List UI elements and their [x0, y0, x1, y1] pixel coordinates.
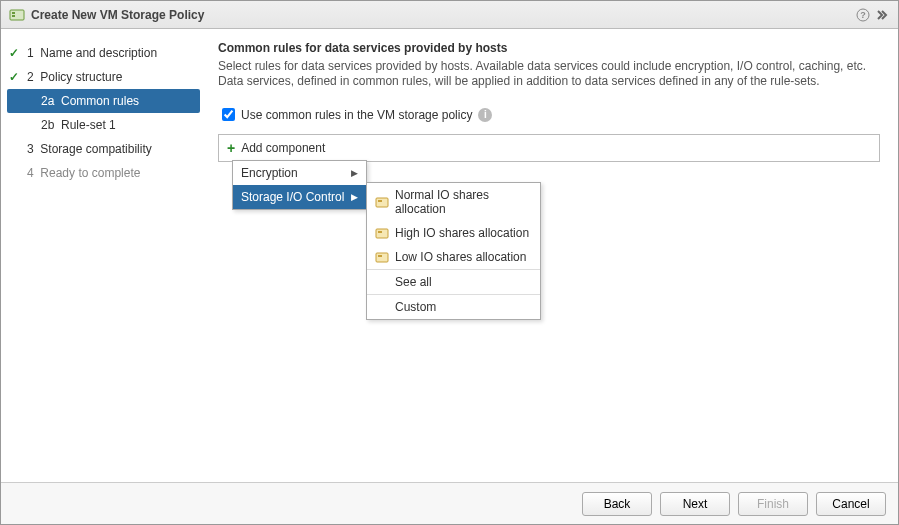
policy-item-icon: [375, 226, 389, 240]
help-icon[interactable]: ?: [856, 8, 870, 22]
plus-icon: +: [227, 140, 235, 156]
svg-rect-6: [378, 200, 382, 202]
svg-rect-10: [378, 255, 382, 257]
info-icon[interactable]: i: [478, 108, 492, 122]
svg-rect-8: [378, 231, 382, 233]
section-description: Select rules for data services provided …: [218, 59, 880, 89]
vm-policy-icon: [9, 7, 25, 23]
wizard-steps: ✓ 1 Name and description ✓ 2 Policy stru…: [1, 29, 206, 482]
svg-rect-9: [376, 253, 388, 262]
title-bar: Create New VM Storage Policy ?: [1, 1, 898, 29]
policy-item-icon: [375, 195, 389, 209]
cancel-button[interactable]: Cancel: [816, 492, 886, 516]
section-title: Common rules for data services provided …: [218, 41, 880, 55]
storage-io-submenu: Normal IO shares allocation High IO shar…: [366, 182, 541, 320]
dialog-title: Create New VM Storage Policy: [31, 8, 856, 22]
step-name-description[interactable]: ✓ 1 Name and description: [1, 41, 206, 65]
submenu-high-io[interactable]: High IO shares allocation: [367, 221, 540, 245]
svg-rect-7: [376, 229, 388, 238]
substep-rule-set-1[interactable]: 2b Rule-set 1: [1, 113, 206, 137]
check-icon: ✓: [9, 45, 19, 61]
chevron-right-icon: ▶: [351, 168, 358, 178]
back-button[interactable]: Back: [582, 492, 652, 516]
add-component-button[interactable]: + Add component: [218, 134, 880, 162]
use-common-rules-checkbox[interactable]: [222, 108, 235, 121]
dropdown-item-encryption[interactable]: Encryption ▶: [233, 161, 366, 185]
step-storage-compatibility[interactable]: 3 Storage compatibility: [1, 137, 206, 161]
submenu-see-all[interactable]: See all: [367, 270, 540, 294]
component-dropdown: Encryption ▶ Storage I/O Control ▶: [232, 160, 367, 210]
step-ready-complete: 4 Ready to complete: [1, 161, 206, 185]
policy-item-icon: [375, 250, 389, 264]
dialog-footer: Back Next Finish Cancel: [1, 482, 898, 524]
submenu-custom[interactable]: Custom: [367, 295, 540, 319]
substep-common-rules[interactable]: 2a Common rules: [7, 89, 200, 113]
add-component-label: Add component: [241, 141, 325, 155]
svg-rect-5: [376, 198, 388, 207]
forward-icon[interactable]: [876, 8, 890, 22]
finish-button[interactable]: Finish: [738, 492, 808, 516]
use-common-rules-row: Use common rules in the VM storage polic…: [218, 105, 880, 124]
next-button[interactable]: Next: [660, 492, 730, 516]
use-common-rules-label: Use common rules in the VM storage polic…: [241, 108, 472, 122]
check-icon: ✓: [9, 69, 19, 85]
svg-rect-1: [12, 12, 15, 14]
dropdown-item-storage-io[interactable]: Storage I/O Control ▶: [233, 185, 366, 209]
submenu-low-io[interactable]: Low IO shares allocation: [367, 245, 540, 269]
content-area: Common rules for data services provided …: [206, 29, 898, 482]
chevron-right-icon: ▶: [351, 192, 358, 202]
svg-rect-2: [12, 15, 15, 17]
dialog-window: Create New VM Storage Policy ? ✓ 1 Name …: [0, 0, 899, 525]
submenu-normal-io[interactable]: Normal IO shares allocation: [367, 183, 540, 221]
step-policy-structure[interactable]: ✓ 2 Policy structure: [1, 65, 206, 89]
svg-text:?: ?: [860, 10, 866, 20]
